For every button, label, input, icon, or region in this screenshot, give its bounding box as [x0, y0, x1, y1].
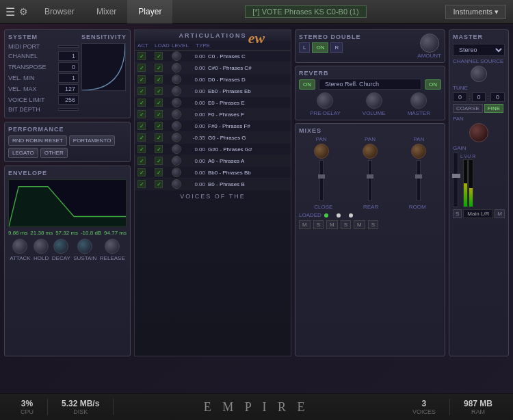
attack-knob[interactable]: [12, 239, 27, 254]
stereo-on-button[interactable]: ON: [312, 42, 328, 53]
mix-fader2[interactable]: [368, 160, 372, 201]
art-act-check-7[interactable]: [137, 133, 146, 142]
hamburger-icon[interactable]: ☰: [5, 5, 15, 18]
master-reverb-knob[interactable]: [410, 92, 427, 109]
tune-val3[interactable]: 0: [490, 92, 505, 102]
art-load-check-0[interactable]: [155, 52, 163, 60]
art-load-check-1[interactable]: [155, 64, 163, 72]
art-act-check-3[interactable]: [137, 87, 146, 95]
art-knob-9[interactable]: [172, 156, 181, 166]
mix-pan1-knob[interactable]: [314, 144, 329, 159]
art-knob-4[interactable]: [172, 98, 181, 107]
art-type-3: Eb0 - Phrases Eb: [208, 88, 288, 94]
output-label[interactable]: Main L/R: [463, 209, 493, 218]
art-load-check-5[interactable]: [155, 110, 163, 118]
art-act-check-10[interactable]: [137, 168, 146, 176]
midi-port-value[interactable]: [58, 45, 79, 48]
art-knob-2[interactable]: [172, 75, 181, 84]
gear-icon[interactable]: ⚙: [19, 6, 28, 17]
mix-s3-button[interactable]: S: [368, 220, 378, 229]
art-load-check-2[interactable]: [155, 75, 163, 83]
art-load-check-9[interactable]: [155, 157, 163, 165]
gain-fader[interactable]: [453, 153, 458, 207]
art-knob-3[interactable]: [172, 86, 181, 96]
art-knob-5[interactable]: [172, 109, 181, 119]
channel-value[interactable]: 1: [58, 51, 79, 61]
art-act-check-8[interactable]: [137, 145, 146, 153]
mix-pan3-knob[interactable]: [411, 144, 426, 159]
stereo-r-button[interactable]: R: [330, 42, 343, 53]
ram-section: 987 MB RAM: [450, 399, 506, 415]
fine-button[interactable]: FINE: [484, 104, 503, 113]
art-knob-6[interactable]: [172, 121, 181, 131]
art-load-check-4[interactable]: [155, 99, 163, 107]
art-act-check-6[interactable]: [137, 122, 146, 130]
velmax-value[interactable]: 127: [58, 84, 79, 94]
mixes-channels: PAN PAN: [299, 136, 441, 201]
transpose-value[interactable]: 0: [58, 62, 79, 72]
stereo-select[interactable]: Stereo: [453, 44, 505, 56]
mix-pan2-knob[interactable]: [363, 144, 378, 159]
hold-knob[interactable]: [34, 239, 49, 254]
art-knob-1[interactable]: [172, 63, 181, 73]
art-load-check-7[interactable]: [155, 133, 163, 142]
coarse-button[interactable]: COARSE: [453, 104, 483, 113]
art-knob-7[interactable]: [172, 133, 181, 142]
art-act-check-2[interactable]: [137, 75, 146, 83]
mix-m2-button[interactable]: M: [326, 220, 338, 229]
art-load-check-8[interactable]: [155, 145, 163, 153]
sustain-val: -10.8 dB: [81, 230, 101, 236]
stereo-l-button[interactable]: L: [299, 42, 310, 53]
tab-browser[interactable]: Browser: [34, 0, 86, 24]
master-pan-knob[interactable]: [469, 123, 488, 142]
reverb-on-button[interactable]: ON: [299, 79, 315, 90]
mix-m1-button[interactable]: M: [299, 220, 311, 229]
other-button[interactable]: OTHER: [40, 148, 68, 158]
mix-fader3[interactable]: [417, 160, 421, 201]
master-channel-knob[interactable]: [471, 66, 487, 82]
tab-player[interactable]: Player: [127, 0, 172, 24]
art-act-check-5[interactable]: [137, 110, 146, 118]
art-knob-10[interactable]: [172, 168, 181, 177]
tune-val1[interactable]: 0: [453, 92, 467, 102]
art-act-check-0[interactable]: [137, 52, 146, 60]
stereo-amount-knob[interactable]: [420, 34, 439, 53]
master-panel: MASTER Stereo CHANNEL SOURCE TUNE 0 : 0 …: [449, 29, 509, 356]
tune-val2[interactable]: 0: [472, 92, 486, 102]
velmax-label: VEL. MAX: [8, 86, 37, 92]
mix-s2-button[interactable]: S: [341, 220, 351, 229]
volume-knob[interactable]: [366, 92, 382, 109]
predelay-knob[interactable]: [317, 92, 333, 109]
tab-mixer[interactable]: Mixer: [86, 0, 127, 24]
sustain-knob[interactable]: [77, 239, 92, 254]
mix-m3-button[interactable]: M: [354, 220, 365, 229]
bitdepth-value[interactable]: [58, 108, 79, 111]
top-bar-right: Instruments ▾: [438, 5, 513, 19]
art-load-check-6[interactable]: [155, 122, 163, 130]
art-knob-8[interactable]: [172, 144, 181, 154]
art-load-check-11[interactable]: [155, 180, 163, 188]
release-knob[interactable]: [105, 239, 120, 254]
output-m-button[interactable]: M: [495, 209, 505, 218]
reverb-on2-button[interactable]: ON: [425, 79, 441, 90]
mix-s1-button[interactable]: S: [313, 220, 324, 229]
art-knob-11[interactable]: [172, 179, 181, 189]
art-act-check-9[interactable]: [137, 157, 146, 165]
rnd-robin-reset-button[interactable]: RND ROBIN RESET: [8, 135, 67, 146]
velmin-value[interactable]: 1: [58, 73, 79, 83]
art-knob-0[interactable]: [172, 51, 181, 61]
art-act-check-11[interactable]: [137, 180, 146, 188]
instruments-button[interactable]: Instruments ▾: [445, 5, 506, 19]
reverb-preset[interactable]: Stereo Refl. Church: [319, 79, 421, 90]
decay-knob[interactable]: [53, 239, 68, 254]
voices-value: 3: [422, 399, 427, 408]
voicelimit-value[interactable]: 256: [58, 95, 79, 105]
art-act-check-1[interactable]: [137, 64, 146, 72]
portamento-button[interactable]: PORTAMENTO: [69, 135, 116, 146]
art-act-check-4[interactable]: [137, 99, 146, 107]
output-s-button[interactable]: S: [453, 209, 462, 218]
art-load-check-10[interactable]: [155, 168, 163, 176]
art-load-check-3[interactable]: [155, 87, 163, 95]
legato-button[interactable]: LEGATO: [8, 148, 38, 158]
mix-fader1[interactable]: [319, 160, 324, 201]
